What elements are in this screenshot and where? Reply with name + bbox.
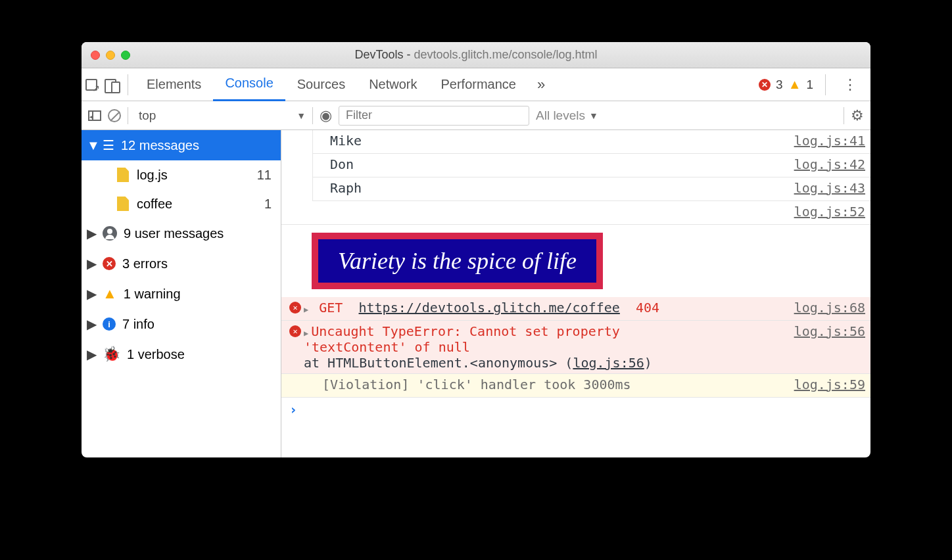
file-icon [117,197,129,211]
bug-icon: 🐞 [103,346,120,363]
devtools-window: DevTools - devtools.glitch.me/console/lo… [82,42,870,457]
warning-icon: ▲ [103,287,117,301]
sidebar-item-errors[interactable]: ▶ ✕ 3 errors [82,248,281,279]
tab-sources[interactable]: Sources [285,68,357,101]
sidebar-item-label: 1 warning [124,287,181,302]
title-prefix: DevTools - [354,48,414,61]
console-output: Mike log.js:41 Don log.js:42 Raph log.js… [281,130,870,457]
log-source-link[interactable]: log.js:56 [789,323,865,339]
log-source-link[interactable]: log.js:42 [789,156,865,172]
sidebar-item-label: 9 user messages [124,226,224,241]
inspect-icon[interactable] [85,79,97,91]
http-method: GET [319,300,343,315]
log-row[interactable]: Mike log.js:41 [313,130,870,154]
sidebar-messages-label: 12 messages [121,138,199,153]
sidebar-item-label: 1 verbose [127,347,185,362]
info-icon: i [103,317,116,331]
error-count[interactable]: 3 [776,78,783,92]
log-message: Raph [317,180,789,196]
filter-input[interactable] [339,106,529,126]
log-source-link[interactable]: log.js:43 [789,180,865,196]
tabs-overflow-button[interactable]: » [528,76,554,93]
error-icon: ✕ [103,257,116,270]
violation-message: [Violation] 'click' handler took 3000ms [318,377,789,392]
error-line2: 'textContent' of null [304,339,470,355]
error-row-exception[interactable]: ✕ ▶Uncaught TypeError: Cannot set proper… [281,321,870,374]
user-icon [103,226,117,241]
devtools-tabbar: Elements Console Sources Network Perform… [82,68,870,101]
sidebar-item-info[interactable]: ▶ i 7 info [82,309,281,339]
context-label: top [135,108,156,123]
console-toolbar: ◄ top ▼ ◉ All levels ▼ ⚙ [82,101,870,130]
titlebar: DevTools - devtools.glitch.me/console/lo… [82,42,870,68]
error-icon: ✕ [289,325,301,337]
sidebar-item-label: 7 info [122,317,155,332]
chevron-right-icon: ▶ [87,286,96,302]
http-status: 404 [636,300,659,315]
title-url: devtools.glitch.me/console/log.html [414,48,597,61]
stack-post: ) [644,355,652,371]
chevron-down-icon: ▼ [589,110,598,121]
log-levels-selector[interactable]: All levels ▼ [536,108,598,123]
chevron-right-icon: ▶ [87,316,96,332]
log-source-link[interactable]: log.js:52 [789,204,865,220]
error-icon: ✕ [289,302,301,314]
chevron-down-icon: ▼ [87,138,96,153]
list-icon: ☰ [103,137,114,153]
log-row[interactable]: Don log.js:42 [313,154,870,177]
console-body: ▼ ☰ 12 messages log.js 11 coffee 1 ▶ 9 u… [82,130,870,457]
log-source-link[interactable]: log.js:68 [789,300,865,315]
log-source-link[interactable]: log.js:41 [789,133,865,149]
toggle-sidebar-icon[interactable]: ◄ [88,110,101,121]
log-levels-label: All levels [536,108,585,123]
context-selector[interactable]: top ▼ [135,108,306,123]
settings-gear-icon[interactable]: ⚙ [851,107,864,124]
chevron-right-icon: ▶ [87,256,96,271]
sidebar-file-coffee[interactable]: coffee 1 [82,189,281,218]
group-gutter [281,130,313,201]
tab-elements[interactable]: Elements [135,68,213,101]
error-line1: Uncaught TypeError: Cannot set property [311,323,620,339]
log-source-link[interactable]: log.js:59 [789,377,865,392]
sidebar-item-warnings[interactable]: ▶ ▲ 1 warning [82,279,281,309]
sidebar-file-name: log.js [137,168,168,183]
error-row-network[interactable]: ✕ ▶ GET https://devtools.glitch.me/coffe… [281,297,870,321]
chevron-right-icon: ▶ [87,346,96,362]
clear-console-icon[interactable] [108,109,121,122]
console-sidebar: ▼ ☰ 12 messages log.js 11 coffee 1 ▶ 9 u… [82,130,281,457]
log-row-styled-src[interactable]: log.js:52 [281,201,870,225]
styled-log-row: Variety is the spice of life [281,225,870,297]
warning-badge-icon[interactable]: ▲ [788,77,801,92]
tab-performance[interactable]: Performance [429,68,529,101]
chevron-down-icon: ▼ [297,110,306,121]
sidebar-file-count: 1 [264,197,272,212]
menu-kebab-icon[interactable]: ⋮ [838,76,863,93]
sidebar-file-logjs[interactable]: log.js 11 [82,160,281,189]
console-prompt[interactable]: › [281,398,870,421]
sidebar-item-messages[interactable]: ▼ ☰ 12 messages [82,130,281,160]
chevron-right-icon: ▶ [87,225,96,241]
error-badge-icon[interactable]: ✕ [759,79,771,91]
expand-icon[interactable]: ▶ [304,305,308,314]
sidebar-item-verbose[interactable]: ▶ 🐞 1 verbose [82,339,281,369]
log-message: Mike [317,133,789,149]
stack-link[interactable]: log.js:56 [573,355,644,371]
warning-count[interactable]: 1 [806,78,813,92]
log-message: Don [317,156,789,172]
sidebar-item-user-messages[interactable]: ▶ 9 user messages [82,218,281,248]
request-url-link[interactable]: https://devtools.glitch.me/coffee [359,300,620,315]
tab-network[interactable]: Network [357,68,429,101]
expand-icon[interactable]: ▶ [304,329,308,338]
styled-log-text: Variety is the spice of life [312,233,603,289]
tab-console[interactable]: Console [213,68,285,101]
sidebar-file-count: 11 [257,168,272,183]
sidebar-item-label: 3 errors [122,256,168,271]
device-toggle-icon[interactable] [105,79,118,91]
window-title: DevTools - devtools.glitch.me/console/lo… [82,48,870,62]
violation-row[interactable]: [Violation] 'click' handler took 3000ms … [281,374,870,398]
file-icon [117,168,129,182]
log-row[interactable]: Raph log.js:43 [313,177,870,201]
sidebar-file-name: coffee [137,197,172,212]
live-expression-icon[interactable]: ◉ [320,107,332,124]
stack-pre: at HTMLButtonElement.<anonymous> ( [304,355,573,371]
